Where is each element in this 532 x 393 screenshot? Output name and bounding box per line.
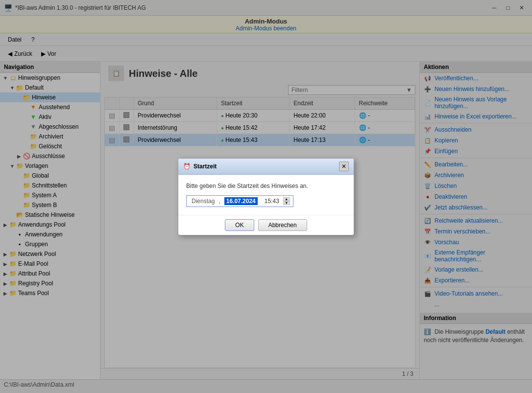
dialog-footer: OK Abbrechen — [178, 215, 354, 235]
spin-up-button[interactable]: ▲ — [283, 197, 290, 201]
dialog-ok-button[interactable]: OK — [225, 219, 254, 231]
dialog-datetime-field: Dienstag , 16.07.2024 15:43 ▲ ▼ — [186, 195, 346, 207]
datetime-comma: , — [218, 198, 220, 205]
dialog-title-icon: ⏰ — [183, 163, 191, 170]
dialog-title-bar: ⏰ Startzeit ✕ — [178, 159, 354, 175]
datetime-display[interactable]: Dienstag , 16.07.2024 15:43 ▲ ▼ — [186, 195, 293, 207]
spin-down-button[interactable]: ▼ — [283, 201, 290, 205]
dialog-body: Bitte geben Sie die Startzeit des Hinwei… — [178, 175, 354, 215]
datetime-day: Dienstag — [190, 197, 217, 205]
dialog-title-text: Startzeit — [193, 163, 217, 170]
dialog: ⏰ Startzeit ✕ Bitte geben Sie die Startz… — [178, 158, 354, 235]
dialog-cancel-button[interactable]: Abbrechen — [258, 219, 307, 231]
dialog-close-button[interactable]: ✕ — [339, 162, 349, 171]
datetime-spin: ▲ ▼ — [283, 197, 290, 205]
dialog-description: Bitte geben Sie die Startzeit des Hinwei… — [186, 183, 346, 189]
dialog-overlay: ⏰ Startzeit ✕ Bitte geben Sie die Startz… — [0, 0, 532, 393]
dialog-title-content: ⏰ Startzeit — [183, 163, 217, 170]
datetime-date: 16.07.2024 — [224, 197, 258, 205]
datetime-time: 15:43 — [263, 197, 281, 205]
